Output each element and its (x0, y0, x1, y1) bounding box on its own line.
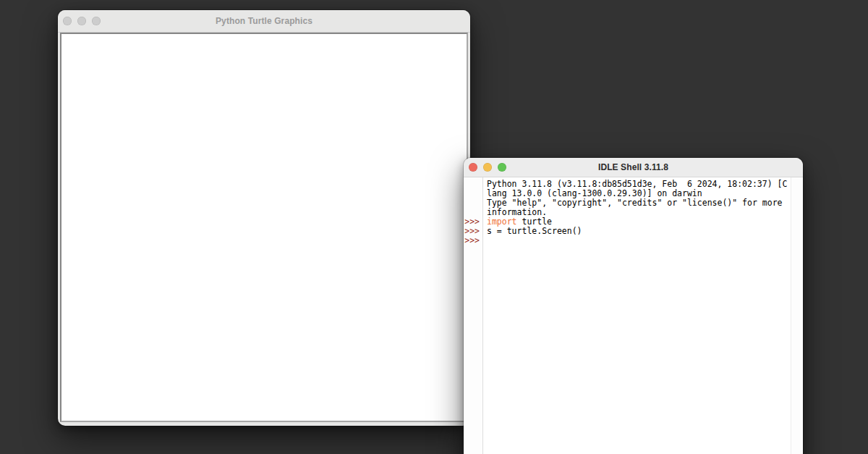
code-text: turtle (517, 217, 552, 227)
turtle-canvas[interactable] (60, 33, 468, 422)
shell-line (487, 236, 790, 245)
shell-text-area[interactable]: >>>>>>>>> Python 3.11.8 (v3.11.8:db85d51… (464, 177, 803, 454)
prompt-label (464, 189, 482, 198)
keyword-token: import (487, 217, 517, 227)
idle-titlebar[interactable]: IDLE Shell 3.11.8 (464, 158, 803, 177)
code-text: Python 3.11.8 (v3.11.8:db85d51d3e, Feb 6… (487, 179, 787, 189)
code-text: lang 13.0.0 (clang-1300.0.29.30)] on dar… (487, 188, 702, 198)
scrollbar-track[interactable] (791, 177, 803, 454)
code-text: Type "help", "copyright", "credits" or "… (487, 198, 783, 208)
turtle-traffic-lights (63, 17, 101, 25)
prompt-gutter: >>>>>>>>> (464, 177, 483, 454)
idle-traffic-lights (469, 163, 506, 172)
shell-line: s = turtle.Screen() (487, 227, 790, 236)
idle-window-title: IDLE Shell 3.11.8 (598, 162, 668, 172)
zoom-button[interactable] (498, 163, 506, 172)
close-button[interactable] (63, 17, 72, 25)
close-button[interactable] (469, 163, 477, 172)
prompt-label (464, 180, 482, 189)
zoom-button[interactable] (92, 17, 101, 25)
minimize-button[interactable] (483, 163, 492, 172)
minimize-button[interactable] (77, 17, 86, 25)
shell-lines: Python 3.11.8 (v3.11.8:db85d51d3e, Feb 6… (487, 180, 790, 245)
idle-shell-window: IDLE Shell 3.11.8 >>>>>>>>> Python 3.11.… (464, 158, 803, 454)
code-text: information. (487, 207, 547, 217)
turtle-window-title: Python Turtle Graphics (216, 16, 312, 26)
desktop-background: Python Turtle Graphics IDLE Shell 3.11.8… (0, 0, 868, 454)
turtle-graphics-window: Python Turtle Graphics (58, 10, 470, 426)
prompt-label: >>> (464, 236, 482, 245)
prompt-label (464, 198, 482, 208)
turtle-window-body (60, 33, 468, 422)
turtle-titlebar[interactable]: Python Turtle Graphics (58, 10, 470, 33)
code-text: s = turtle.Screen() (487, 226, 582, 236)
